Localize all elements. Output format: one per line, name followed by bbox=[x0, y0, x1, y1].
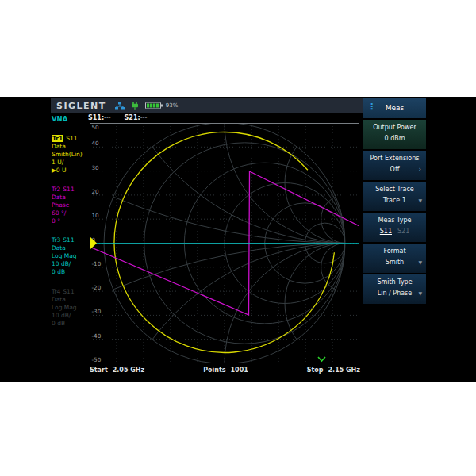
menu-item-select-trace[interactable]: Select Trace Trace 1▼ bbox=[363, 182, 426, 211]
battery-icon bbox=[145, 102, 163, 109]
y-axis-tick-label: 20 bbox=[92, 188, 100, 195]
s21-header-value: --- bbox=[140, 114, 148, 121]
trace-detail-line: Data bbox=[52, 244, 90, 252]
y-axis-tick-label: 10 bbox=[92, 212, 100, 219]
start-frequency: Start2.05 GHz bbox=[90, 367, 144, 374]
trace-detail-line: ▶0 U bbox=[52, 167, 90, 175]
trace-detail-line: Data bbox=[52, 143, 90, 151]
dropdown-arrow-icon: ▼ bbox=[418, 198, 422, 203]
menu-item-meas-type[interactable]: Meas Type S11S21 bbox=[363, 213, 426, 242]
vna-screen: SIGLENT 93% VNA Tr1S11DataSmith(Lin)1 U/… bbox=[49, 97, 426, 382]
y-axis-tick-label: 40 bbox=[92, 140, 100, 147]
s21-header-label: S21: bbox=[125, 114, 140, 121]
trace-id: Tr1 bbox=[52, 135, 63, 142]
trace-parameter: S11 bbox=[63, 186, 74, 193]
trace-parameter: S11 bbox=[66, 135, 77, 142]
trace-detail-line: 10 dB/ bbox=[52, 312, 90, 320]
trace-detail-line: 0 ° bbox=[52, 217, 90, 225]
trace-detail-line: Data bbox=[52, 194, 90, 202]
app-mode-label[interactable]: VNA bbox=[52, 115, 67, 123]
menu-item-smith-type[interactable]: Smith Type Lin / Phase▼ bbox=[363, 274, 426, 304]
trace-parameter: S11 bbox=[63, 288, 74, 295]
trace-id: Tr4 bbox=[52, 288, 60, 295]
y-axis-tick-label: -50 bbox=[92, 356, 102, 363]
trace-detail-line: Log Mag bbox=[52, 304, 90, 312]
trace-detail-line: Log Mag bbox=[52, 252, 90, 260]
trace-block-tr1[interactable]: Tr1S11DataSmith(Lin)1 U/▶0 U bbox=[52, 135, 90, 175]
brand-logo: SIGLENT bbox=[56, 101, 106, 111]
menu-item-format[interactable]: Format Smith▼ bbox=[363, 244, 426, 273]
stop-frequency: Stop2.15 GHz bbox=[307, 367, 360, 374]
menu-handle-icon: ⋮ bbox=[367, 101, 376, 113]
trace-detail-line: Phase bbox=[52, 202, 90, 209]
plot-canvas: 50403020100-10-20-30-40-50 bbox=[90, 123, 359, 363]
sweep-footer: Start2.05 GHz Points1001 Stop2.15 GHz bbox=[90, 367, 360, 374]
chevron-right-icon: › bbox=[418, 165, 421, 173]
y-axis-tick-label: -10 bbox=[92, 260, 102, 267]
trace-detail-line: 0 dB bbox=[52, 268, 90, 276]
menu-title: Meas bbox=[386, 104, 405, 112]
menu-header[interactable]: ⋮ Meas bbox=[363, 98, 426, 118]
screen-band: SIGLENT 93% VNA Tr1S11DataSmith(Lin)1 U/… bbox=[0, 97, 476, 382]
trace-block-tr3[interactable]: Tr3S11DataLog Mag10 dB/0 dB bbox=[52, 236, 90, 276]
sweep-progress-marker-icon bbox=[318, 357, 325, 361]
meas-type-s21[interactable]: S21 bbox=[397, 228, 409, 235]
y-axis-tick-label: -30 bbox=[92, 308, 102, 315]
trace-id: Tr3 bbox=[52, 236, 60, 244]
trace-parameter: S11 bbox=[63, 236, 74, 244]
trace-block-tr4[interactable]: Tr4S11DataLog Mag10 dB/0 dB bbox=[52, 288, 90, 328]
soft-menu: ⋮ Meas Output Power 0 dBm Port Extension… bbox=[363, 98, 426, 305]
topbar: SIGLENT 93% bbox=[51, 98, 363, 113]
trace-detail-line: 0 dB bbox=[52, 320, 90, 328]
power-plug-icon bbox=[131, 102, 139, 110]
y-axis-tick-label: 30 bbox=[92, 164, 100, 171]
lan-icon bbox=[115, 102, 125, 110]
battery-percent: 93% bbox=[166, 102, 178, 109]
dropdown-arrow-icon: ▼ bbox=[418, 259, 422, 265]
dropdown-arrow-icon: ▼ bbox=[418, 290, 422, 296]
trace-detail-line: 1 U/ bbox=[52, 159, 90, 167]
plot-area[interactable]: 50403020100-10-20-30-40-50 bbox=[90, 123, 359, 363]
meas-type-s11[interactable]: S11 bbox=[380, 228, 392, 235]
sweep-points: Points1001 bbox=[203, 367, 248, 374]
trace-detail-line: 10 dB/ bbox=[52, 260, 90, 268]
y-axis-tick-label: 50 bbox=[92, 124, 100, 131]
trace-block-tr2[interactable]: Tr2S11DataPhase60 °/0 ° bbox=[52, 186, 90, 225]
trace-detail-line: 60 °/ bbox=[52, 209, 90, 217]
y-axis-tick-label: -20 bbox=[92, 284, 102, 291]
s11-header-label: S11: bbox=[88, 114, 104, 121]
s11-header-value: --- bbox=[104, 114, 111, 121]
menu-item-output-power[interactable]: Output Power 0 dBm bbox=[363, 120, 426, 149]
trace-detail-line: Data bbox=[52, 296, 90, 304]
y-axis-tick-label: -40 bbox=[92, 332, 102, 340]
trace-id: Tr2 bbox=[52, 186, 60, 193]
channel-header: S11:--- S21:--- bbox=[88, 114, 147, 121]
menu-item-port-extensions[interactable]: Port Extensions Off› bbox=[363, 151, 426, 180]
page: { "statusbar": { "brand": "SIGLENT", "ba… bbox=[0, 0, 476, 476]
trace-detail-line: Smith(Lin) bbox=[52, 151, 90, 159]
